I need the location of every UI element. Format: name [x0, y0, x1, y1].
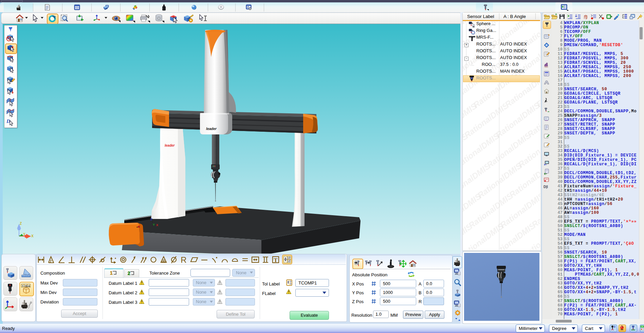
svg-text:D: D: [6, 118, 10, 124]
svg-text:08: 08: [25, 284, 28, 288]
svg-text:T: T: [274, 257, 278, 263]
svg-text:Z: Z: [20, 222, 22, 225]
svg-text:2: 2: [128, 271, 130, 276]
svg-text:leader: leader: [165, 144, 175, 147]
svg-text:3: 3: [614, 325, 615, 328]
svg-text:A: A: [28, 284, 30, 288]
svg-text:X: X: [31, 234, 34, 238]
svg-text:Y: Y: [23, 233, 25, 236]
svg-text:1: 1: [110, 270, 113, 276]
svg-text:R: R: [181, 255, 186, 264]
svg-text:Z: Z: [150, 218, 152, 221]
svg-text:leader: leader: [206, 127, 217, 131]
svg-text:X: X: [156, 223, 158, 227]
svg-text:Y: Y: [153, 223, 155, 226]
